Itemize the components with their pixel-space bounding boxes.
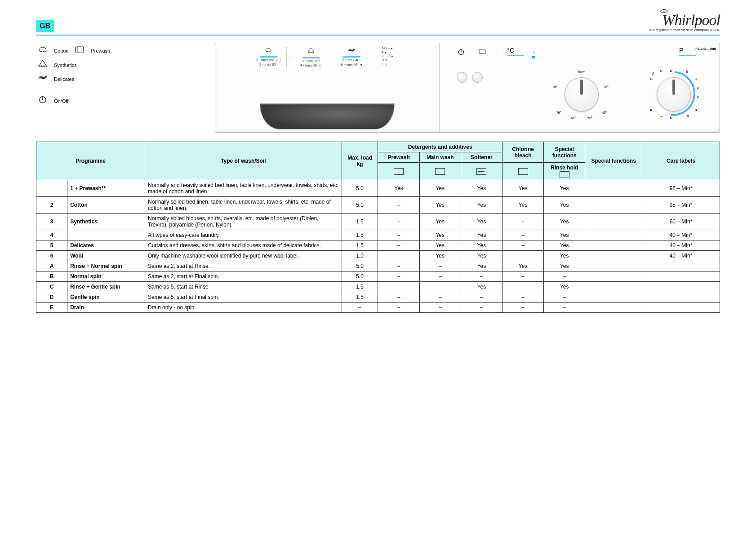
cell-special [585,213,642,230]
cyan-underline-icon [343,56,360,58]
table-row: A Rinse + Normal spin Same as 2, start a… [36,261,720,271]
cell-softener: Yes [461,281,502,292]
cyan-underline-icon [679,55,696,56]
cell-special [585,250,642,261]
strip-text: D ⟳ [382,58,387,62]
cell-rinse: Yes [544,180,585,196]
cell-desc: Only machine-washable wool identified by… [145,250,342,261]
knob-mark: 70° [556,111,561,114]
delicates-icon [347,47,356,55]
th-chlorine: Chlorine bleach [502,142,543,163]
th-mainwash-icon [419,163,461,180]
cell-rinse: Yes [544,240,585,250]
brand-trademark: is a registered trademark of Whirlpool U… [649,28,720,32]
cell-special [585,281,642,292]
programme-knob-block: P C D E 1 2 3 4 [627,43,720,132]
cell-special [585,302,642,312]
cell-special [585,261,642,271]
detergent-dispenser[interactable] [215,71,439,132]
th-detergents: Detergents and additives [378,142,503,152]
cell-softener: Yes [461,213,502,230]
panel-right: FL 141 - 500 ~ °C [440,43,720,132]
cell-softener: Yes [461,240,502,250]
legend-delicates-text: Delicates [54,76,74,82]
prog-header: P [679,47,696,56]
control-panel: 1 · max 95° + ⌷ 2 · max 95° 3 · max 60° … [215,43,720,133]
table-row: 3 Synthetics Normally soiled blouses, sh… [36,213,720,230]
knob-mark: 50° [587,116,592,120]
strip-col-delicates: 5 · max 40° 6 · max 40° ● [341,47,368,67]
panel-programme-strip: 1 · max 95° + ⌷ 2 · max 95° 3 · max 60° … [215,43,439,71]
cell-prog-name [67,230,145,240]
cell-prewash: – [378,196,419,213]
knob-mark: 4 [695,108,697,111]
knob-mark: 6 [670,116,672,120]
knob-mark: A [652,72,654,75]
th-softener: Softener [461,152,502,163]
cell-load: 1.0 [342,250,378,261]
cell-prog-letter: 4 [36,230,67,240]
rinse-hold-button[interactable] [472,72,483,83]
knob-mark: 3 [697,95,699,98]
cell-prewash: – [378,281,419,292]
cell-mainwash: Yes [419,240,461,250]
cell-load: 1.5 [342,292,378,302]
legend-synthetics-text: Synthetics [54,62,77,68]
legend-delicates: Delicates [36,74,207,84]
cell-prewash: – [378,271,419,281]
strip-text: A ⟳ + ● [382,47,392,50]
knob-mark: 2 [697,86,699,89]
knob-mark: 1 [695,77,697,80]
cell-chlorine: – [502,302,543,312]
cell-desc: Curtains and dresses, skirts, shirts and… [145,240,342,250]
strip-col-synth: 3 · max 60° 4 · max 40° ⌷ [300,47,328,67]
prog-header-text: P [679,47,683,54]
dispenser-slot[interactable] [260,103,395,129]
cell-rinse: – [544,292,585,302]
chlorine-icon [518,168,528,175]
cell-prewash: – [378,250,419,261]
table-head: Programme Type of wash/Soil Max. load kg… [36,142,720,180]
cell-prog-name: Normal spin [67,271,145,281]
th-rinse-hold: Rinse hold [544,163,585,180]
cell-chlorine: Yes [502,261,543,271]
th-softener-icon [461,163,502,180]
cell-prog-letter: A [36,261,67,271]
temp-header: °C [507,47,524,56]
softener-icon [476,168,486,175]
delicates-icon [36,74,49,84]
cell-prog-name: Wool [67,250,145,261]
strip-text: 1 · max 95° + ⌷ [256,58,281,62]
cell-desc: Same as 5, start at Final spin. [145,292,342,302]
knob-mark: 60° [571,116,576,120]
legend-cotton-prewash: Cotton Prewash [36,45,207,56]
strip-text: 5 · max 40° [342,58,361,62]
cell-care [642,302,720,312]
th-max-load: Max. load kg [342,142,378,180]
legend-onoff-text: On/Off [54,98,68,104]
cell-desc: All types of easy-care laundry. [145,230,342,240]
cell-care: 40 – Min* [642,240,720,250]
page: GB Whirlpool is a registered trademark o… [0,0,756,534]
cell-rinse: Yes [544,261,585,271]
rinse-hold-text: Rinse hold [551,165,578,171]
legend-synthetics: Synthetics [36,59,207,71]
cell-softener: Yes [461,180,502,196]
cell-prog-letter: 5 [36,240,67,250]
cell-prewash: – [378,230,419,240]
strip-text: E ⌷ [382,62,387,66]
onoff-button[interactable] [457,72,467,83]
cell-prog-letter: D [36,292,67,302]
cotton-icon [264,47,272,55]
cell-prewash: – [378,302,419,312]
cell-prog-name: 1 + Prewash** [67,180,145,196]
cell-load: 1.5 [342,230,378,240]
cell-softener: – [461,271,502,281]
rinse-hold-icon [478,49,486,58]
cell-prog-letter: E [36,302,67,312]
cell-mainwash: Yes [419,180,461,196]
cell-softener: Yes [461,230,502,240]
cell-prewash: – [378,261,419,271]
cell-mainwash: Yes [419,250,461,261]
knob-mark: 30° [604,85,609,89]
